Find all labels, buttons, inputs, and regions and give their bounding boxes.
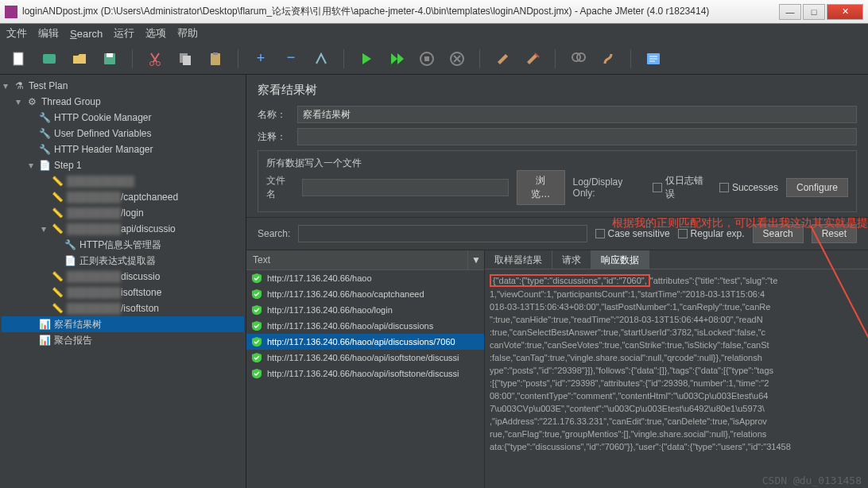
svg-rect-3 [107,53,113,57]
search-input[interactable] [298,225,587,242]
result-item[interactable]: http://117.136.240.66/haoo [246,270,484,286]
errors-only-checkbox[interactable]: 仅日志错误 [653,174,711,201]
wrench-icon: 🔧 [38,111,51,124]
dropdown-icon[interactable]: ▼ [468,250,484,269]
menu-run[interactable]: 运行 [114,26,134,41]
page-icon: 📄 [64,254,76,267]
chart-icon: 📊 [38,334,51,347]
templates-icon[interactable] [38,48,60,70]
tab-request[interactable]: 请求 [552,250,591,269]
app-icon [5,6,17,18]
shield-icon [251,336,262,347]
stop-icon[interactable] [416,48,438,70]
new-icon[interactable] [8,48,30,70]
tree-regex[interactable]: 📄正则表达式提取器 [2,253,244,269]
tree-item[interactable]: 📏██████████ [2,173,244,189]
shield-icon [251,352,262,363]
search-tree-icon[interactable] [567,48,589,70]
svg-text:+: + [257,51,265,66]
menu-edit[interactable]: 编辑 [38,26,59,41]
filename-label: 文件名 [266,174,294,201]
comment-input[interactable] [297,128,857,145]
tree-thread-group[interactable]: ▾⚙Thread Group [2,94,244,110]
result-item[interactable]: http://117.136.240.66/haoo/api/isoftston… [246,366,484,381]
menu-file[interactable]: 文件 [6,26,27,41]
tree-item[interactable]: 📏████████discussio [2,269,244,285]
svg-rect-13 [424,56,429,61]
svg-point-4 [150,61,154,65]
clear-all-icon[interactable] [521,48,544,70]
svg-point-5 [157,61,161,65]
svg-rect-9 [213,52,218,55]
response-body[interactable]: {"data":{"type":"discussions","id":"7060… [485,269,868,488]
menu-help[interactable]: 帮助 [177,26,198,41]
tree-item[interactable]: 📏████████/login [2,205,244,221]
help-icon[interactable] [642,48,665,70]
shield-icon [251,273,262,284]
successes-checkbox[interactable]: Successes [719,182,778,193]
result-item[interactable]: http://117.136.240.66/haoo/api/discussio… [246,334,484,350]
save-icon[interactable] [99,48,121,70]
right-panel: 察看结果树 名称： 注释： 所有数据写入一个文件 文件名 浏览… Log/Dis… [246,75,868,488]
reset-button[interactable]: Reset [812,224,857,243]
tree-view-tree[interactable]: 📊察看结果树 [2,316,244,332]
start-remote-icon[interactable] [386,48,408,70]
result-item[interactable]: http://117.136.240.66/haoo/api/isoftston… [246,350,484,366]
search-button[interactable]: Search [753,224,804,243]
tab-sampler[interactable]: 取样器结果 [485,250,552,269]
tree-agg-report[interactable]: 📊聚合报告 [2,332,244,348]
watermark: CSDN @du_0131458 [762,474,862,486]
svg-rect-8 [211,53,220,65]
wrench-icon: 🔧 [64,238,76,251]
result-item[interactable]: http://117.136.240.66/haoo/api/discussio… [246,318,484,334]
menubar: 文件 编辑 Search 运行 选项 帮助 [0,24,868,43]
menu-options[interactable]: 选项 [145,26,166,41]
cut-icon[interactable] [144,48,166,70]
tree-item[interactable]: ▾📏████████api/discussio [2,221,244,237]
clear-icon[interactable] [491,48,513,70]
shield-icon [251,304,262,316]
expand-icon[interactable]: + [250,48,272,70]
name-input[interactable] [297,106,857,123]
function-icon[interactable] [597,48,619,70]
shield-icon [251,320,262,331]
name-label: 名称： [258,108,291,122]
gear-icon: ⚙ [25,95,38,108]
start-icon[interactable] [355,48,378,70]
tree-item[interactable]: 📏████████/isoftston [2,300,244,316]
regex-checkbox[interactable]: Regular exp. [678,228,745,239]
minimize-button[interactable]: — [779,4,801,20]
tree-http-header[interactable]: 🔧HTTP信息头管理器 [2,237,244,253]
tree-cookie-mgr[interactable]: 🔧HTTP Cookie Manager [2,110,244,126]
collapse-icon[interactable]: − [280,48,302,70]
titlebar-text: loginANDpost.jmx (D:\Users\Administrator… [22,5,779,18]
result-item[interactable]: http://117.136.240.66/haoo/captchaneed [246,286,484,302]
results-dropdown[interactable]: Text [246,250,468,269]
tree-user-vars[interactable]: 🔧User Defined Variables [2,126,244,141]
tab-response[interactable]: 响应数据 [591,250,649,269]
tree-header-mgr[interactable]: 🔧HTTP Header Manager [2,141,244,157]
close-button[interactable]: ✕ [827,4,863,20]
configure-button[interactable]: Configure [786,178,848,197]
open-icon[interactable] [68,48,91,70]
svg-text:−: − [287,51,296,65]
copy-icon[interactable] [174,48,196,70]
shield-icon [251,368,262,379]
menu-search[interactable]: Search [70,28,103,40]
tree-test-plan[interactable]: ▾⚗Test Plan [2,78,244,94]
toolbar: + − [0,43,868,75]
filename-input[interactable] [302,179,509,196]
case-checkbox[interactable]: Case sensitive [595,228,670,239]
maximize-button[interactable]: □ [803,4,825,20]
paste-icon[interactable] [204,48,227,70]
tree-item[interactable]: 📏████████isoftstone [2,285,244,300]
tree-item[interactable]: 📏████████/captchaneed [2,189,244,205]
result-item[interactable]: http://117.136.240.66/haoo/login [246,302,484,318]
browse-button[interactable]: 浏览… [517,170,565,205]
wrench-icon: 🔧 [38,143,51,156]
shutdown-icon[interactable] [446,48,468,70]
wrench-icon: 🔧 [38,127,51,140]
flask-icon: ⚗ [13,79,25,92]
toggle-icon[interactable] [310,48,332,70]
tree-step1[interactable]: ▾📄Step 1 [2,157,244,173]
